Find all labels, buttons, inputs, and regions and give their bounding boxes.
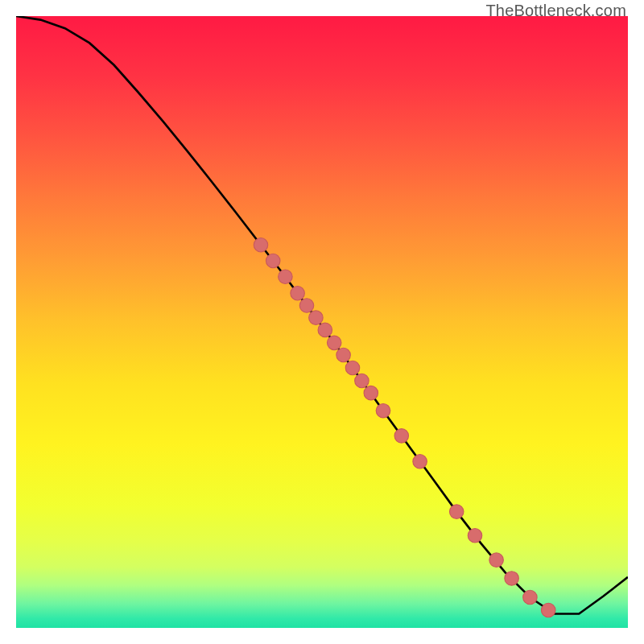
data-point bbox=[376, 403, 390, 417]
data-point bbox=[364, 386, 378, 399]
data-point bbox=[279, 270, 292, 283]
chart-curve-layer bbox=[16, 16, 628, 628]
data-point bbox=[394, 429, 408, 443]
data-point bbox=[449, 505, 463, 518]
chart-plot-area bbox=[16, 16, 628, 628]
data-point bbox=[468, 529, 481, 543]
data-point bbox=[266, 254, 279, 267]
data-point bbox=[505, 572, 518, 585]
data-point bbox=[345, 361, 359, 374]
data-point bbox=[489, 553, 503, 567]
data-point bbox=[336, 348, 350, 361]
data-point-group bbox=[254, 238, 555, 617]
data-point bbox=[355, 374, 369, 387]
data-point bbox=[327, 336, 341, 349]
data-point bbox=[318, 323, 332, 336]
data-point bbox=[299, 299, 313, 312]
data-point bbox=[523, 590, 537, 604]
data-point bbox=[254, 238, 267, 252]
data-point bbox=[541, 603, 555, 617]
data-point bbox=[291, 287, 304, 300]
data-point bbox=[413, 455, 427, 469]
data-point bbox=[309, 311, 323, 324]
